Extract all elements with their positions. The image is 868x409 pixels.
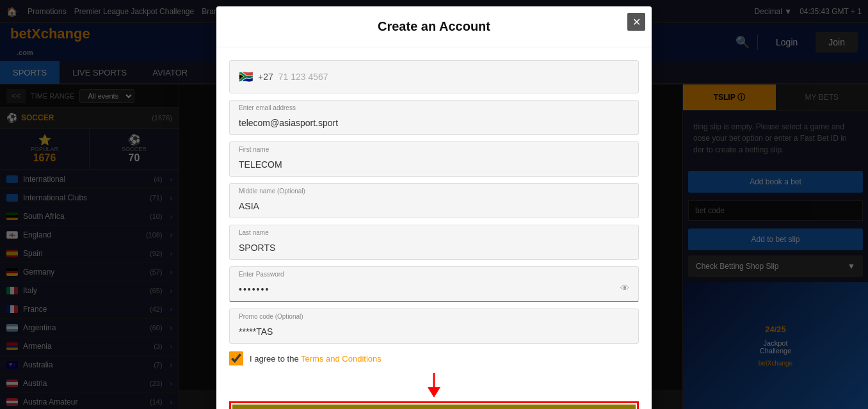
phone-field[interactable]: 🇿🇦 +27 71 123 4567 bbox=[229, 60, 639, 93]
phone-placeholder: 71 123 4567 bbox=[278, 72, 328, 82]
middle-name-group: Middle name (Optional) ASIA bbox=[229, 183, 639, 218]
email-field-group: Enter email address telecom@asiasport.sp… bbox=[229, 100, 639, 135]
password-field[interactable]: Enter Password ••••••• 👁 bbox=[229, 266, 639, 302]
last-name-value: SPORTS bbox=[239, 243, 275, 253]
password-label: Enter Password bbox=[239, 271, 284, 278]
modal-body: 🇿🇦 +27 71 123 4567 Enter email address t… bbox=[216, 47, 652, 409]
red-arrow-container bbox=[229, 373, 639, 399]
modal-title: Create an Account bbox=[378, 19, 490, 33]
svg-marker-1 bbox=[428, 387, 440, 397]
password-toggle-icon[interactable]: 👁 bbox=[620, 283, 629, 293]
promo-field[interactable]: Promo code (Optional) *****TAS bbox=[229, 309, 639, 344]
first-name-value: TELECOM bbox=[239, 159, 282, 170]
terms-text: I agree to the Terms and Conditions bbox=[250, 354, 382, 364]
create-btn-wrapper: Create an Account bbox=[229, 401, 639, 409]
phone-field-group: 🇿🇦 +27 71 123 4567 bbox=[229, 60, 639, 93]
password-group: Enter Password ••••••• 👁 bbox=[229, 266, 639, 302]
email-field[interactable]: Enter email address telecom@asiasport.sp… bbox=[229, 100, 639, 135]
create-account-modal: Create an Account ✕ 🇿🇦 +27 71 123 4567 E… bbox=[216, 6, 652, 409]
middle-name-value: ASIA bbox=[239, 201, 259, 211]
create-account-button[interactable]: Create an Account bbox=[232, 405, 636, 409]
terms-checkbox[interactable] bbox=[229, 351, 243, 365]
promo-group: Promo code (Optional) *****TAS bbox=[229, 309, 639, 344]
terms-row: I agree to the Terms and Conditions bbox=[229, 351, 639, 365]
modal-header: Create an Account bbox=[216, 6, 652, 47]
last-name-label: Last name bbox=[239, 229, 269, 236]
red-arrow-icon bbox=[424, 373, 444, 399]
last-name-field[interactable]: Last name SPORTS bbox=[229, 225, 639, 260]
terms-link[interactable]: Terms and Conditions bbox=[301, 354, 382, 364]
phone-flag: 🇿🇦 bbox=[239, 70, 253, 84]
promo-value: *****TAS bbox=[239, 326, 273, 337]
last-name-group: Last name SPORTS bbox=[229, 225, 639, 260]
modal-overlay: Create an Account ✕ 🇿🇦 +27 71 123 4567 E… bbox=[0, 0, 868, 409]
email-label: Enter email address bbox=[239, 104, 296, 111]
first-name-field[interactable]: First name TELECOM bbox=[229, 141, 639, 177]
first-name-group: First name TELECOM bbox=[229, 141, 639, 177]
modal-close-button[interactable]: ✕ bbox=[627, 13, 645, 31]
email-value: telecom@asiasport.sport bbox=[239, 118, 338, 128]
phone-code: +27 bbox=[258, 72, 273, 82]
promo-label: Promo code (Optional) bbox=[239, 313, 303, 320]
password-value: ••••••• bbox=[239, 284, 269, 294]
first-name-label: First name bbox=[239, 146, 269, 153]
middle-name-field[interactable]: Middle name (Optional) ASIA bbox=[229, 183, 639, 218]
middle-name-label: Middle name (Optional) bbox=[239, 188, 305, 195]
